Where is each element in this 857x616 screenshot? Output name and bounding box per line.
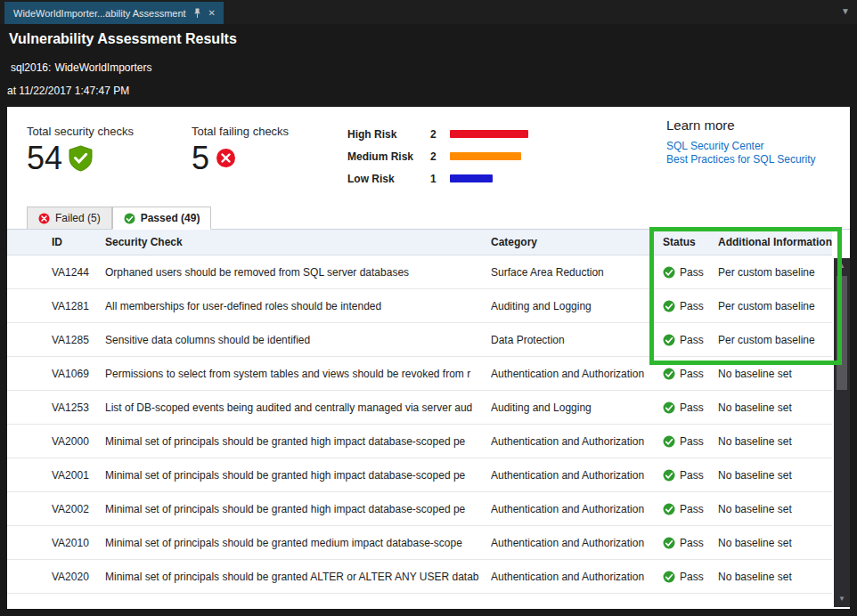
cell-additional-information: No baseline set xyxy=(718,503,832,515)
cell-id: VA2020 xyxy=(27,571,105,583)
server-name: sql2016: xyxy=(11,61,51,74)
cell-security-check: Minimal set of principals should be gran… xyxy=(105,571,491,583)
link-sql-security-center[interactable]: SQL Security Center xyxy=(666,140,816,153)
table-row[interactable]: VA2001 Minimal set of principals should … xyxy=(7,458,832,492)
cell-id: VA1069 xyxy=(27,368,105,380)
link-best-practices[interactable]: Best Practices for SQL Security xyxy=(666,153,816,166)
total-checks-stat: Total security checks 54 xyxy=(27,125,134,175)
document-tab[interactable]: WideWorldImporter...ability Assessment ✕ xyxy=(4,2,224,24)
scroll-down-icon[interactable]: ▼ xyxy=(834,593,850,605)
risk-value: 1 xyxy=(430,173,450,185)
fail-circle-icon xyxy=(216,148,236,168)
table-row[interactable]: VA1069 Permissions to select from system… xyxy=(7,357,832,391)
pass-icon xyxy=(663,266,675,279)
cell-status: Pass xyxy=(663,571,718,583)
cell-security-check: Orphaned users should be removed from SQ… xyxy=(105,266,491,279)
cell-status: Pass xyxy=(663,300,718,312)
document-tab-label: WideWorldImporter...ability Assessment xyxy=(13,8,186,19)
cell-category: Authentication and Authorization xyxy=(491,571,663,583)
cell-id: VA1253 xyxy=(27,401,105,414)
cell-status: Pass xyxy=(663,266,718,279)
total-checks-label: Total security checks xyxy=(27,125,134,138)
cell-id: VA1244 xyxy=(27,266,105,279)
status-text: Pass xyxy=(680,334,704,346)
cell-additional-information: No baseline set xyxy=(718,537,832,549)
column-header-category: Category xyxy=(491,236,663,248)
summary-section: Total security checks 54 Total failing c… xyxy=(7,107,850,207)
risk-bar xyxy=(450,174,493,182)
table-row[interactable]: VA2002 Minimal set of principals should … xyxy=(7,492,832,526)
learn-more-title: Learn more xyxy=(666,118,816,133)
scroll-up-icon[interactable]: ▲ xyxy=(834,260,850,272)
pass-icon xyxy=(663,537,675,549)
cell-id: VA2000 xyxy=(27,435,105,448)
cell-additional-information: No baseline set xyxy=(718,435,832,448)
risk-row: Low Risk 1 xyxy=(347,167,528,190)
cell-id: VA2010 xyxy=(27,537,105,549)
table-row[interactable]: VA1285 Sensitive data columns should be … xyxy=(7,323,832,357)
pass-icon xyxy=(663,368,675,380)
status-text: Pass xyxy=(680,266,704,279)
cell-status: Pass xyxy=(663,334,718,346)
cell-id: VA1285 xyxy=(27,334,105,346)
column-header-id: ID xyxy=(27,236,105,248)
risk-row: Medium Risk 2 xyxy=(347,145,528,167)
column-header-status: Status xyxy=(663,236,718,248)
pass-icon xyxy=(663,300,675,312)
table-row[interactable]: VA1281 All memberships for user-defined … xyxy=(7,289,832,323)
risk-label: High Risk xyxy=(347,128,430,141)
cell-category: Surface Area Reduction xyxy=(491,266,663,279)
cell-additional-information: Per custom baseline xyxy=(718,266,832,279)
cell-additional-information: No baseline set xyxy=(718,401,832,414)
status-text: Pass xyxy=(680,537,704,549)
status-text: Pass xyxy=(680,368,704,380)
scan-timestamp: at 11/22/2017 1:47:47 PM xyxy=(7,85,129,97)
cell-security-check: Minimal set of principals should be gran… xyxy=(105,503,491,515)
cell-security-check: Minimal set of principals should be gran… xyxy=(105,537,491,549)
cell-category: Auditing and Logging xyxy=(491,300,663,312)
document-tab-strip: WideWorldImporter...ability Assessment ✕… xyxy=(0,0,857,24)
close-icon[interactable]: ✕ xyxy=(208,9,216,18)
tab-list-dropdown-icon[interactable]: ▼ xyxy=(841,6,850,16)
learn-more-section: Learn more SQL Security Center Best Prac… xyxy=(666,118,816,166)
pass-icon xyxy=(663,435,675,448)
failing-checks-value: 5 xyxy=(192,142,209,175)
pass-icon xyxy=(663,401,675,414)
status-text: Pass xyxy=(680,503,704,515)
table-row[interactable]: VA1253 List of DB-scoped events being au… xyxy=(7,391,832,425)
risk-bar xyxy=(450,152,521,160)
cell-security-check: Minimal set of principals should be gran… xyxy=(105,435,491,448)
cell-security-check: Permissions to select from system tables… xyxy=(105,368,491,380)
table-row[interactable]: VA2000 Minimal set of principals should … xyxy=(7,425,832,458)
table-row[interactable]: VA2010 Minimal set of principals should … xyxy=(7,526,832,560)
database-name: WideWorldImporters xyxy=(54,61,151,74)
pin-icon[interactable] xyxy=(193,8,201,19)
risk-legend: High Risk 2 Medium Risk 2 Low Risk 1 xyxy=(347,123,528,190)
cell-status: Pass xyxy=(663,503,718,515)
results-table: ID Security Check Category Status Additi… xyxy=(7,230,832,594)
risk-bar xyxy=(450,130,528,138)
pass-icon xyxy=(663,334,675,346)
table-row[interactable]: VA1244 Orphaned users should be removed … xyxy=(7,255,832,289)
tab-passed[interactable]: Passed (49) xyxy=(112,207,212,230)
cell-status: Pass xyxy=(663,435,718,448)
failing-checks-label: Total failing checks xyxy=(192,125,289,138)
cell-security-check: All memberships for user-defined roles s… xyxy=(105,300,491,312)
pass-icon xyxy=(663,571,675,583)
cell-additional-information: Per custom baseline xyxy=(718,334,832,346)
status-text: Pass xyxy=(680,300,704,312)
cell-status: Pass xyxy=(663,401,718,414)
cell-additional-information: No baseline set xyxy=(718,571,832,583)
shield-check-icon xyxy=(69,145,93,172)
scrollbar-thumb[interactable] xyxy=(837,276,847,390)
pass-icon xyxy=(663,469,675,482)
cell-security-check: Minimal set of principals should be gran… xyxy=(105,469,491,482)
table-row[interactable]: VA2020 Minimal set of principals should … xyxy=(7,560,832,594)
cell-id: VA2002 xyxy=(27,503,105,515)
cell-status: Pass xyxy=(663,469,718,482)
cell-category: Authentication and Authorization xyxy=(491,435,663,448)
tab-failed[interactable]: Failed (5) xyxy=(27,207,112,229)
vertical-scrollbar[interactable]: ▲ ▼ xyxy=(834,258,850,607)
results-header: Vulnerability Assessment Results sql2016… xyxy=(0,24,857,107)
result-tabs: Failed (5) Passed (49) xyxy=(7,207,850,230)
